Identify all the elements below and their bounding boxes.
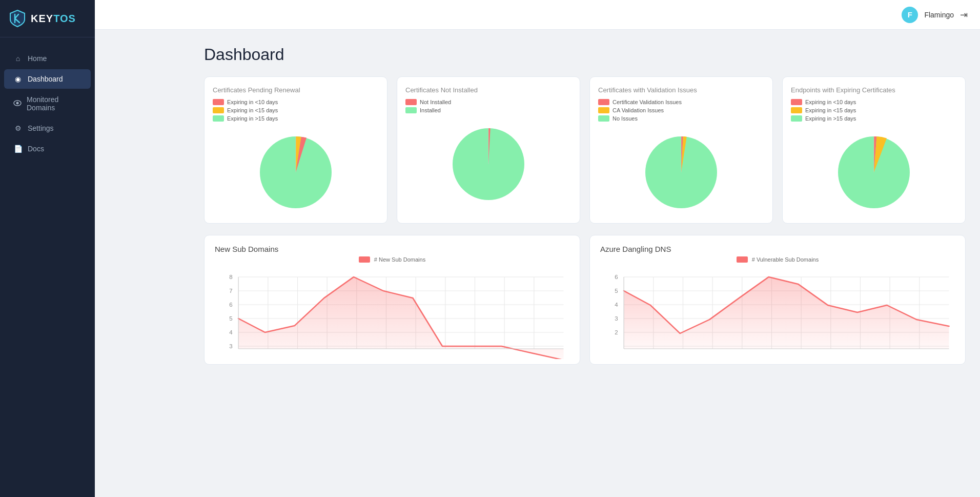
legend-label: Certificate Validation Issues [612,99,682,105]
pie-charts-grid: Certificates Pending Renewal Expiring in… [204,76,966,224]
pie-chart-1 [213,126,379,216]
svg-text:4: 4 [615,302,618,308]
legend-item: Certificate Validation Issues [598,99,764,105]
sidebar-item-monitored-domains-label: Monitored Domains [27,95,81,112]
legend-item: Expiring in >15 days [791,115,957,122]
sidebar-item-docs-label: Docs [28,145,44,153]
svg-text:6: 6 [615,274,618,280]
card-not-installed: Certificates Not Installed Not Installed… [397,76,580,224]
legend-color [791,115,802,122]
legend-label: Expiring in <15 days [805,107,856,113]
legend-label: Expiring in <10 days [227,99,278,105]
topbar: F Flamingo ⇥ [95,0,980,30]
chart-legend-new-subdomains: # New Sub Domains [215,256,569,263]
chart-legend-label: # New Sub Domains [374,256,425,263]
sidebar-item-home-label: Home [28,54,47,63]
legend-item: Installed [405,107,571,113]
pie-chart-4 [791,126,957,216]
avatar: F [902,7,918,23]
legend-item: Expiring in <10 days [213,99,379,105]
svg-point-1 [16,102,19,105]
legend-color [791,99,802,105]
chart-azure-dangling-dns: Azure Dangling DNS # Vulnerable Sub Doma… [589,235,966,365]
svg-text:6: 6 [229,302,232,308]
legend-item: Expiring in <15 days [791,107,957,113]
card-pending-renewal: Certificates Pending Renewal Expiring in… [204,76,387,224]
card-expiring-endpoints: Endpoints with Expiring Certificates Exp… [782,76,966,224]
chart-new-subdomains: New Sub Domains # New Sub Domains [204,235,580,365]
chart-legend-color [737,256,748,263]
svg-text:7: 7 [229,288,232,294]
card-not-installed-title: Certificates Not Installed [405,86,571,94]
legend-expiring-endpoints: Expiring in <10 days Expiring in <15 day… [791,99,957,122]
legend-color [598,107,609,113]
line-charts-grid: New Sub Domains # New Sub Domains [204,235,966,365]
legend-label: Not Installed [420,99,451,105]
sidebar-item-monitored-domains[interactable]: Monitored Domains [4,90,91,117]
card-validation-issues-title: Certificates with Validation Issues [598,86,764,94]
sidebar-item-dashboard-label: Dashboard [28,75,63,83]
legend-color [598,115,609,122]
legend-item: Expiring in <10 days [791,99,957,105]
legend-item: Expiring in <15 days [213,107,379,113]
card-validation-issues: Certificates with Validation Issues Cert… [589,76,773,224]
chart-legend-label: # Vulnerable Sub Domains [752,256,819,263]
sidebar-item-dashboard[interactable]: ◉ Dashboard [4,69,91,89]
chart-area-azure-dangling-dns: 6 5 4 3 2 [600,267,955,359]
legend-label: Expiring in >15 days [805,115,856,122]
svg-text:8: 8 [229,274,232,280]
sidebar-item-settings-label: Settings [28,124,54,132]
legend-label: No Issues [612,115,638,122]
legend-not-installed: Not Installed Installed [405,99,571,113]
settings-icon: ⚙ [13,124,23,132]
sidebar-item-docs[interactable]: 📄 Docs [4,139,91,158]
svg-text:3: 3 [615,316,618,322]
chart-area-new-subdomains: 8 7 6 5 4 3 [215,267,569,359]
svg-text:5: 5 [229,316,232,322]
docs-icon: 📄 [13,145,23,153]
legend-label: Expiring in >15 days [227,115,278,122]
legend-label: Expiring in <15 days [227,107,278,113]
chart-new-subdomains-title: New Sub Domains [215,245,569,253]
pie-chart-2 [405,117,571,208]
main-content: Dashboard Certificates Pending Renewal E… [190,30,980,497]
legend-validation-issues: Certificate Validation Issues CA Validat… [598,99,764,122]
legend-label: CA Validation Issues [612,107,664,113]
legend-color [791,107,802,113]
home-icon: ⌂ [13,54,23,63]
legend-color [598,99,609,105]
sidebar-item-home[interactable]: ⌂ Home [4,49,91,68]
legend-color [213,115,224,122]
logout-button[interactable]: ⇥ [960,9,968,21]
card-expiring-endpoints-title: Endpoints with Expiring Certificates [791,86,957,94]
legend-color [213,99,224,105]
logo: KEYTOS [0,0,95,37]
legend-item: No Issues [598,115,764,122]
legend-color [213,107,224,113]
page-title: Dashboard [204,45,966,64]
dashboard-icon: ◉ [13,75,23,83]
eye-icon [13,100,22,108]
nav: ⌂ Home ◉ Dashboard Monitored Domains ⚙ S… [0,37,95,497]
sidebar: KEYTOS ⌂ Home ◉ Dashboard Monitored Doma… [0,0,95,497]
user-name: Flamingo [924,11,954,19]
chart-legend-color [359,256,370,263]
chart-azure-dangling-dns-title: Azure Dangling DNS [600,245,955,253]
legend-label: Installed [420,107,441,113]
legend-pending-renewal: Expiring in <10 days Expiring in <15 day… [213,99,379,122]
svg-text:4: 4 [229,330,232,335]
card-pending-renewal-title: Certificates Pending Renewal [213,86,379,94]
legend-color [405,99,417,105]
legend-label: Expiring in <10 days [805,99,856,105]
svg-text:5: 5 [615,288,618,294]
pie-chart-3 [598,126,764,216]
chart-legend-azure-dangling-dns: # Vulnerable Sub Domains [600,256,955,263]
legend-item: Not Installed [405,99,571,105]
svg-text:2: 2 [615,330,618,335]
svg-text:3: 3 [229,344,232,349]
legend-item: CA Validation Issues [598,107,764,113]
legend-color [405,107,417,113]
legend-item: Expiring in >15 days [213,115,379,122]
sidebar-item-settings[interactable]: ⚙ Settings [4,118,91,138]
logo-text: KEYTOS [31,13,76,25]
